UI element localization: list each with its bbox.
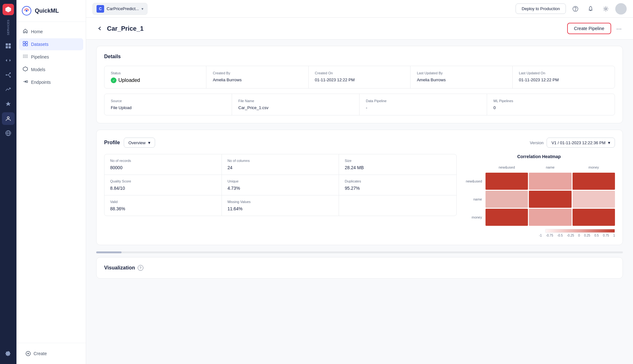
detail-source: Source File Upload	[104, 94, 232, 115]
heatmap-cell-3-2	[529, 209, 571, 226]
metric-unique-label: Unique	[228, 179, 333, 183]
created-by-label: Created By	[213, 71, 302, 75]
rail-item-globe[interactable]	[2, 127, 15, 139]
version-chevron-icon: ▾	[608, 140, 610, 145]
heatmap-col-label-3: money	[573, 163, 615, 172]
last-updated-on-value: 01-11-2023 12:22 PM	[519, 77, 608, 82]
back-button[interactable]	[96, 25, 103, 32]
svg-point-23	[575, 10, 576, 10]
heatmap-cell-2-1	[486, 191, 528, 208]
overview-dropdown[interactable]: Overview ▾	[124, 138, 155, 148]
sidebar-bottom: Create	[16, 343, 86, 364]
version-label: Version	[530, 140, 543, 145]
detail-created-by: Created By Amelia Burrows	[206, 66, 308, 88]
page-header: Car_Price_1 Create Pipeline ···	[86, 18, 633, 40]
heatmap-col: Correlation Heatmap new&used name money …	[463, 154, 615, 237]
metric-duplicates: Duplicates 95.27%	[339, 175, 456, 195]
version-dropdown[interactable]: V1 / 01-11-2023 12:22:36 PM ▾	[547, 138, 615, 148]
rail-item-code[interactable]	[2, 54, 15, 67]
ml-pipelines-value: 0	[493, 105, 608, 110]
settings-icon[interactable]	[600, 3, 611, 15]
svg-marker-17	[23, 67, 28, 71]
legend-label-75: 0.75	[603, 234, 609, 237]
svg-point-12	[26, 10, 28, 12]
svg-rect-18	[26, 81, 28, 83]
sidebar-item-endpoints[interactable]: Endpoints	[19, 76, 83, 88]
metric-missing-label: Missing Values	[228, 200, 333, 204]
svg-point-25	[605, 8, 607, 10]
last-updated-by-value: Amelia Burrows	[417, 77, 506, 82]
sidebar-item-pipelines[interactable]: Pipelines	[19, 51, 83, 63]
more-options-icon[interactable]: ···	[615, 24, 623, 34]
last-updated-on-label: Last Updated On	[519, 71, 608, 75]
page-title: Car_Price_1	[107, 25, 144, 32]
create-button[interactable]: Create	[22, 348, 81, 359]
status-value: Uploaded	[111, 77, 200, 83]
heatmap-col-label-2: name	[529, 163, 571, 172]
sidebar-item-home-label: Home	[31, 29, 43, 34]
metric-size-label: Size	[345, 159, 451, 163]
sidebar-item-datasets[interactable]: Datasets	[19, 38, 83, 50]
heatmap-cell-2-3	[573, 191, 615, 208]
visualization-title: Visualization	[104, 265, 135, 271]
sidebar-item-datasets-label: Datasets	[31, 42, 48, 47]
details-grid-row1: Status Uploaded Created By Amelia Burrow…	[104, 66, 615, 89]
overview-label: Overview	[128, 140, 146, 145]
rail-item-star[interactable]	[2, 98, 15, 110]
sidebar-item-models[interactable]: Models	[19, 64, 83, 76]
metric-missing: Missing Values 11.64%	[222, 195, 339, 216]
metric-quality: Quality Score 8.84/10	[104, 175, 222, 195]
source-value: File Upload	[111, 105, 225, 110]
svg-rect-16	[26, 44, 28, 46]
metric-valid: Valid 88.36%	[104, 195, 222, 216]
rail-item-person[interactable]	[2, 112, 15, 125]
legend-label-5: 0.5	[594, 234, 599, 237]
svg-rect-3	[9, 46, 11, 48]
sidebar-nav: Home Datasets Pipelines Models Endpoints	[16, 22, 86, 343]
heatmap-corner	[463, 163, 485, 172]
notifications-icon[interactable]	[585, 3, 596, 15]
file-name-label: File Name	[238, 99, 353, 103]
project-initial: C	[97, 5, 104, 13]
legend-label-zero: 0	[578, 234, 580, 237]
app-logo[interactable]	[3, 4, 14, 15]
rail-item-puzzle[interactable]	[2, 348, 15, 360]
main-content: C CarPricePredict... ▾ Deploy to Product…	[86, 0, 633, 364]
metric-duplicates-value: 95.27%	[345, 186, 451, 191]
top-header: C CarPricePredict... ▾ Deploy to Product…	[86, 0, 633, 18]
avatar[interactable]	[615, 3, 627, 15]
datasets-icon	[23, 41, 28, 47]
sidebar-title: QuickML	[35, 8, 59, 14]
detail-last-updated-by: Last Updated By Amelia Burrows	[411, 66, 512, 88]
version-row: Version V1 / 01-11-2023 12:22:36 PM ▾	[530, 138, 615, 148]
legend-label-neg5: -0.5	[557, 234, 563, 237]
file-name-value: Car_Price_1.csv	[238, 105, 353, 110]
heatmap-grid: new&used name money new&used name	[463, 163, 615, 226]
sidebar-item-pipelines-label: Pipelines	[31, 54, 49, 59]
svg-rect-15	[23, 44, 25, 46]
metric-size-value: 28.24 MB	[345, 165, 451, 170]
sidebar-item-home[interactable]: Home	[19, 26, 83, 38]
scroll-thumb	[96, 251, 122, 253]
project-chevron-icon: ▾	[141, 7, 143, 11]
rail-item-flow[interactable]	[2, 69, 15, 81]
rail-item-analytics[interactable]	[2, 83, 15, 96]
visualization-info-icon[interactable]: ?	[138, 265, 143, 271]
create-pipeline-button[interactable]: Create Pipeline	[567, 23, 611, 34]
detail-file-name: File Name Car_Price_1.csv	[232, 94, 360, 115]
deploy-to-production-button[interactable]: Deploy to Production	[516, 3, 566, 14]
svg-rect-14	[26, 41, 28, 43]
rail-item-grid[interactable]	[2, 40, 15, 52]
details-grid-row2: Source File Upload File Name Car_Price_1…	[104, 94, 615, 115]
horizontal-scrollbar[interactable]	[96, 251, 623, 253]
created-on-value: 01-11-2023 12:22 PM	[315, 77, 404, 82]
project-selector[interactable]: C CarPricePredict... ▾	[92, 3, 147, 15]
source-label: Source	[111, 99, 225, 103]
created-on-label: Created On	[315, 71, 404, 75]
help-icon[interactable]	[570, 3, 581, 15]
visualization-panel: Visualization ?	[96, 257, 623, 279]
overview-chevron-icon: ▾	[148, 140, 150, 145]
heatmap-cell-1-2	[529, 173, 571, 190]
metric-columns-label: No of columns	[228, 159, 333, 163]
metrics-col: No of records 80000 No of columns 24 Siz…	[104, 154, 457, 237]
